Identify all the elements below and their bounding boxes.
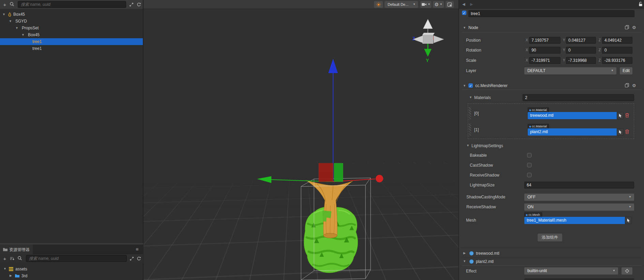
gizmo-plane-green[interactable]: [334, 163, 343, 182]
gear-icon[interactable]: ⚙: [632, 25, 638, 30]
shadow-casting-mode-dropdown[interactable]: OFF ▼: [524, 194, 634, 201]
rotation-z-input[interactable]: [602, 47, 632, 54]
light-toggle-button[interactable]: [374, 1, 383, 8]
expand-arrow-icon[interactable]: ▶: [10, 274, 12, 277]
gizmo-y-handle[interactable]: [376, 175, 383, 182]
unlock-icon[interactable]: [638, 1, 643, 8]
layer-dropdown[interactable]: DEFAULT ▼: [524, 67, 616, 74]
receive-shadow-dropdown[interactable]: ON ▼: [524, 204, 634, 211]
node-section-header[interactable]: ▼ Node ⚙: [459, 24, 644, 31]
mesh-renderer-header[interactable]: ▼ ✓ cc.MeshRenderer ⚙: [459, 82, 644, 89]
hierarchy-search-input[interactable]: [18, 1, 126, 8]
scale-z-input[interactable]: [602, 57, 632, 64]
hierarchy-node-sgyd[interactable]: ▼ SGYD: [0, 18, 143, 25]
receive-shadow-value: ON: [527, 205, 534, 209]
expand-arrow-icon[interactable]: ▼: [2, 13, 5, 16]
history-back-button[interactable]: ◀: [462, 2, 465, 6]
search-icon[interactable]: [17, 255, 23, 262]
nav-right-cone[interactable]: [434, 36, 444, 43]
expand-arrow-icon[interactable]: ▼: [9, 20, 12, 23]
position-x-input[interactable]: [529, 37, 560, 44]
position-z-input[interactable]: [602, 37, 632, 44]
gear-icon[interactable]: ⚙: [632, 83, 638, 88]
expand-arrow-icon[interactable]: ▼: [15, 27, 18, 30]
browse-asset-button[interactable]: [617, 128, 624, 136]
nav-up-cone[interactable]: [423, 19, 433, 29]
assets-search-input[interactable]: [26, 255, 127, 262]
add-component-button[interactable]: 添加组件: [538, 234, 562, 241]
material-1-field[interactable]: plant2.mtl: [528, 128, 617, 136]
position-y-input[interactable]: [566, 37, 596, 44]
delete-material-button[interactable]: [625, 129, 629, 136]
nav-down-cone[interactable]: [424, 49, 432, 57]
drag-handle[interactable]: [469, 123, 471, 136]
expand-arrow-icon[interactable]: ▼: [463, 260, 466, 263]
search-filter-button[interactable]: [9, 1, 15, 8]
refresh-icon[interactable]: [136, 1, 142, 8]
add-asset-button[interactable]: +: [2, 255, 8, 262]
bakeable-checkbox[interactable]: [527, 153, 531, 157]
material-asset-treewood[interactable]: ▶ treewood.mtl: [459, 250, 644, 257]
materials-count-input[interactable]: [523, 94, 634, 101]
hierarchy-node-propsset[interactable]: ▼ PropsSet: [0, 25, 143, 31]
material-sphere-icon: [469, 259, 474, 264]
nav-cube-top[interactable]: [422, 33, 435, 35]
layout-button[interactable]: [446, 1, 454, 8]
hierarchy-node-box45-child[interactable]: ▼ Box45: [0, 31, 143, 38]
collapse-all-icon[interactable]: [129, 255, 135, 262]
effect-locate-button[interactable]: [621, 267, 632, 275]
assets-3rd-row[interactable]: ▶ 3rd: [0, 272, 143, 279]
rotation-x-input[interactable]: [529, 47, 560, 54]
collapse-all-icon[interactable]: [128, 1, 134, 8]
hierarchy-node-tree1-selected[interactable]: tree1: [0, 38, 143, 45]
material-0-field[interactable]: treewood.mtl: [528, 112, 617, 119]
material-asset-plant2[interactable]: ▼ plant2.mtl: [459, 258, 644, 265]
section-title: cc.MeshRenderer: [475, 82, 508, 89]
browse-asset-button[interactable]: [617, 112, 624, 119]
hierarchy-node-tree1[interactable]: tree1: [0, 45, 143, 52]
compare-icon[interactable]: [625, 25, 630, 30]
scene-settings-button[interactable]: ⚙ ▼: [433, 1, 444, 8]
effect-dropdown[interactable]: builtin-unlit ▼: [524, 267, 618, 275]
node-name-input[interactable]: [468, 10, 634, 17]
cast-shadow-checkbox[interactable]: [527, 163, 531, 167]
receive-shadow-checkbox[interactable]: [527, 173, 531, 177]
gizmo-x-arrow[interactable]: [257, 176, 271, 183]
node-active-checkbox[interactable]: ✓: [462, 11, 466, 15]
expand-arrow-icon[interactable]: ▼: [21, 33, 25, 37]
nav-axis-gizmo[interactable]: Y Z: [412, 19, 444, 63]
nav-cube[interactable]: [422, 35, 433, 44]
component-enabled-checkbox[interactable]: ✓: [468, 83, 473, 88]
hierarchy-node-box45[interactable]: ▼ Box45: [0, 11, 143, 18]
delete-material-button[interactable]: [625, 113, 629, 119]
gizmo-z-arrow[interactable]: [328, 59, 338, 73]
mesh-field[interactable]: tree1_Material0.mesh: [524, 217, 625, 224]
sort-icon[interactable]: [9, 255, 15, 262]
lightmap-collapse-icon[interactable]: ▼: [466, 144, 469, 147]
scale-y-input[interactable]: [566, 57, 596, 64]
assets-root-row[interactable]: ▼ assets: [0, 266, 143, 272]
lightmap-size-input[interactable]: [524, 182, 634, 188]
history-forward-button[interactable]: ▶: [470, 2, 473, 6]
camera-settings-button[interactable]: ▼: [420, 1, 431, 8]
gizmo-plane-red[interactable]: [319, 163, 333, 182]
expand-arrow-icon[interactable]: ▼: [3, 267, 6, 270]
create-node-button[interactable]: +: [2, 1, 8, 8]
compare-icon[interactable]: [625, 83, 630, 88]
receive-shadow-dropdown-label: ReceiveShadow: [466, 204, 496, 210]
materials-collapse-icon[interactable]: ▼: [469, 96, 472, 99]
collapse-arrow-icon[interactable]: ▼: [463, 26, 466, 29]
scene-3d-view[interactable]: Y Z: [144, 9, 459, 280]
layer-edit-button[interactable]: Edit: [620, 67, 632, 74]
refresh-icon[interactable]: [136, 255, 142, 262]
collapse-arrow-icon[interactable]: ▼: [463, 84, 466, 87]
expand-arrow-icon[interactable]: ▶: [463, 252, 466, 255]
drag-handle[interactable]: [469, 107, 471, 120]
rotation-y-input[interactable]: [566, 47, 596, 54]
view-mode-dropdown[interactable]: Default De... ▼: [385, 1, 418, 8]
tab-assets-manager[interactable]: 资源管理器: [0, 244, 33, 254]
browse-asset-button[interactable]: [625, 217, 632, 224]
scale-x-input[interactable]: [529, 57, 560, 64]
panel-menu-icon[interactable]: ≡: [134, 246, 140, 252]
transform-gizmo[interactable]: [257, 59, 383, 183]
